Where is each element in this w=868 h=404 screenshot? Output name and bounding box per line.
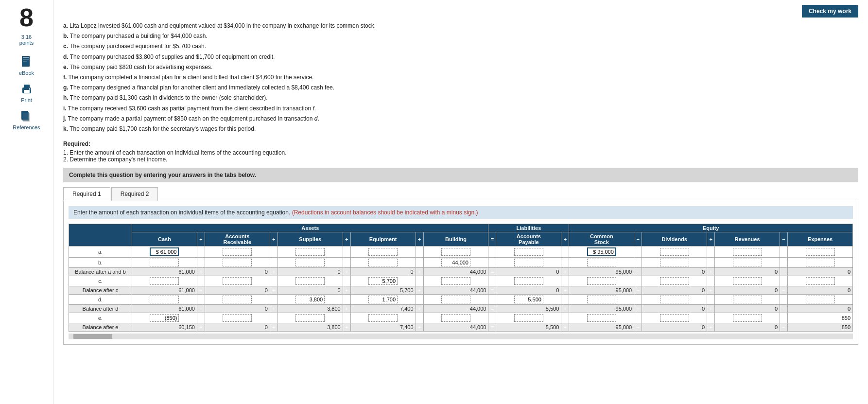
cell-d-expenses[interactable] [788, 295, 853, 305]
input-b-dividends[interactable] [660, 259, 689, 266]
input-a-revenues[interactable] [733, 248, 762, 256]
cell-e-equipment[interactable] [350, 313, 416, 323]
tab-required-1[interactable]: Required 1 [63, 187, 110, 201]
input-c-cs[interactable] [587, 277, 616, 285]
cell-e-cash[interactable] [132, 313, 197, 323]
input-c-expenses[interactable] [806, 277, 835, 285]
input-c-equipment[interactable] [368, 277, 398, 285]
cell-c-ap[interactable] [496, 276, 561, 286]
input-a-ap[interactable] [514, 248, 543, 256]
input-d-dividends[interactable] [660, 296, 689, 303]
cell-c-cash[interactable] [132, 276, 197, 286]
input-e-cash[interactable] [150, 314, 179, 322]
input-e-ar[interactable] [223, 314, 252, 322]
cell-c-building[interactable] [423, 276, 488, 286]
cell-a-ar[interactable] [205, 246, 270, 258]
print-button[interactable]: Print [20, 83, 34, 103]
tab-required-2[interactable]: Required 2 [111, 187, 158, 201]
input-c-revenues[interactable] [733, 277, 762, 285]
input-b-cash[interactable] [150, 259, 179, 266]
input-a-building[interactable] [441, 248, 470, 256]
input-d-expenses[interactable] [806, 296, 835, 303]
input-d-building[interactable] [441, 296, 470, 303]
input-a-expenses[interactable] [806, 248, 835, 256]
cell-c-cs[interactable] [569, 276, 634, 286]
cell-a-equipment[interactable] [350, 246, 416, 258]
input-b-supplies[interactable] [295, 259, 325, 266]
cell-c-ar[interactable] [205, 276, 270, 286]
cell-b-revenues[interactable] [715, 258, 780, 268]
cell-d-cash[interactable] [132, 295, 197, 305]
cell-c-equipment[interactable] [350, 276, 416, 286]
cell-e-cs[interactable] [569, 313, 634, 323]
cell-e-revenues[interactable] [715, 313, 780, 323]
input-a-supplies[interactable] [295, 248, 325, 256]
input-e-revenues[interactable] [733, 314, 762, 322]
cell-a-building[interactable] [423, 246, 488, 258]
input-e-building[interactable] [441, 314, 470, 322]
input-e-supplies[interactable] [295, 314, 325, 322]
check-work-button[interactable]: Check my work [802, 5, 858, 18]
cell-c-dividends[interactable] [642, 276, 707, 286]
input-a-cash[interactable] [150, 247, 179, 256]
cell-d-equipment[interactable] [350, 295, 416, 305]
cell-a-ap[interactable] [496, 246, 561, 258]
cell-e-dividends[interactable] [642, 313, 707, 323]
cell-c-supplies[interactable] [278, 276, 343, 286]
input-d-cash[interactable] [150, 296, 179, 303]
cell-a-dividends[interactable] [642, 246, 707, 258]
input-b-cs[interactable] [587, 259, 616, 266]
cell-a-cash[interactable] [132, 246, 197, 258]
cell-a-cs[interactable] [569, 246, 634, 258]
scrollbar[interactable] [69, 334, 853, 339]
cell-d-building[interactable] [423, 295, 488, 305]
input-a-dividends[interactable] [660, 248, 689, 256]
input-b-building[interactable] [441, 259, 470, 266]
input-a-equipment[interactable] [368, 248, 398, 256]
cell-b-expenses[interactable] [788, 258, 853, 268]
cell-a-expenses[interactable] [788, 246, 853, 258]
cell-b-supplies[interactable] [278, 258, 343, 268]
cell-d-dividends[interactable] [642, 295, 707, 305]
cell-a-revenues[interactable] [715, 246, 780, 258]
cell-e-building[interactable] [423, 313, 488, 323]
cell-b-cs[interactable] [569, 258, 634, 268]
cell-b-building[interactable] [423, 258, 488, 268]
input-e-ap[interactable] [514, 314, 543, 322]
cell-b-ap[interactable] [496, 258, 561, 268]
input-c-cash[interactable] [150, 277, 179, 285]
input-d-revenues[interactable] [733, 296, 762, 303]
cell-d-revenues[interactable] [715, 295, 780, 305]
cell-e-ap[interactable] [496, 313, 561, 323]
cell-b-cash[interactable] [132, 258, 197, 268]
cell-e-ar[interactable] [205, 313, 270, 323]
input-b-revenues[interactable] [733, 259, 762, 266]
input-d-ap[interactable] [514, 296, 543, 303]
input-d-supplies[interactable] [295, 296, 325, 303]
input-c-building[interactable] [441, 277, 470, 285]
input-c-ar[interactable] [223, 277, 252, 285]
cell-d-supplies[interactable] [278, 295, 343, 305]
input-c-ap[interactable] [514, 277, 543, 285]
scrollbar-thumb[interactable] [73, 334, 112, 339]
input-c-supplies[interactable] [295, 277, 325, 285]
input-b-ap[interactable] [514, 259, 543, 266]
input-e-cs[interactable] [587, 314, 616, 322]
references-button[interactable]: References [13, 110, 40, 130]
cell-d-ap[interactable] [496, 295, 561, 305]
input-c-dividends[interactable] [660, 277, 689, 285]
cell-b-dividends[interactable] [642, 258, 707, 268]
input-d-equipment[interactable] [368, 296, 398, 303]
cell-e-supplies[interactable] [278, 313, 343, 323]
input-d-ar[interactable] [223, 296, 252, 303]
input-a-ar[interactable] [223, 248, 252, 256]
input-b-ar[interactable] [223, 259, 252, 266]
cell-d-ar[interactable] [205, 295, 270, 305]
input-b-expenses[interactable] [806, 259, 835, 266]
input-e-equipment[interactable] [368, 314, 398, 322]
ebook-button[interactable]: eBook [19, 55, 34, 76]
input-e-dividends[interactable] [660, 314, 689, 322]
input-b-equipment[interactable] [368, 259, 398, 266]
cell-c-revenues[interactable] [715, 276, 780, 286]
cell-b-equipment[interactable] [350, 258, 416, 268]
